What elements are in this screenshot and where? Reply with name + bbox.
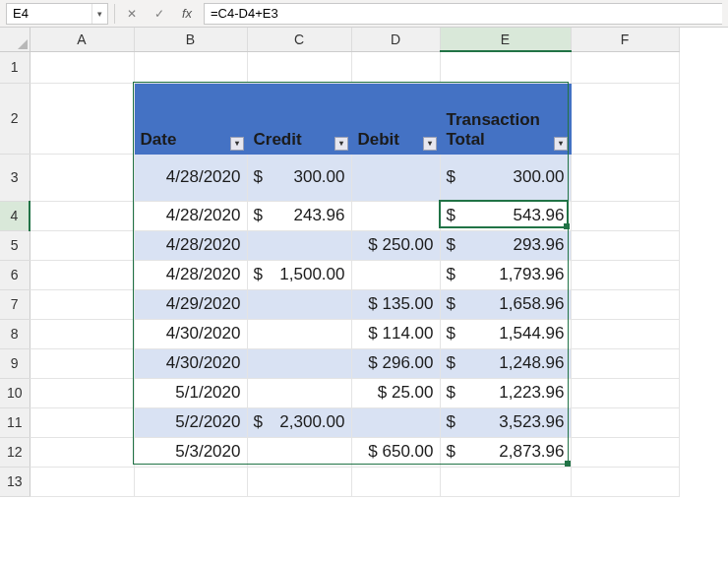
cell-C5[interactable] bbox=[247, 230, 351, 260]
cell-F2[interactable] bbox=[571, 83, 679, 154]
cell-F3[interactable] bbox=[571, 154, 679, 201]
row-head-4[interactable]: 4 bbox=[0, 201, 30, 230]
cell-F4[interactable] bbox=[571, 201, 679, 230]
cell-D12[interactable]: $ 650.00 bbox=[351, 437, 440, 467]
cell-C6[interactable]: $1,500.00 bbox=[247, 260, 351, 289]
row-head-12[interactable]: 12 bbox=[0, 437, 30, 467]
cell-C11[interactable]: $2,300.00 bbox=[247, 407, 351, 437]
cell-D6[interactable] bbox=[351, 260, 440, 289]
cell-E9[interactable]: $1,248.96 bbox=[440, 348, 571, 378]
cell-F8[interactable] bbox=[571, 319, 679, 348]
cell-A3[interactable] bbox=[30, 154, 134, 201]
cell-B5[interactable]: 4/28/2020 bbox=[134, 230, 247, 260]
cell-B10[interactable]: 5/1/2020 bbox=[134, 378, 247, 407]
name-box-dropdown[interactable]: ▾ bbox=[91, 4, 107, 24]
cell-B7[interactable]: 4/29/2020 bbox=[134, 289, 247, 319]
cell-D10[interactable]: $ 25.00 bbox=[351, 378, 440, 407]
name-box[interactable]: ▾ bbox=[6, 3, 108, 25]
formula-input[interactable] bbox=[204, 3, 722, 25]
col-head-E[interactable]: E bbox=[440, 28, 571, 51]
cell-E13[interactable] bbox=[440, 467, 571, 496]
cell-C4[interactable]: $243.96 bbox=[247, 201, 351, 230]
insert-function-button[interactable]: fx bbox=[176, 3, 198, 25]
cell-D7[interactable]: $ 135.00 bbox=[351, 289, 440, 319]
cell-F1[interactable] bbox=[571, 51, 679, 83]
cell-E6[interactable]: $1,793.96 bbox=[440, 260, 571, 289]
cell-F13[interactable] bbox=[571, 467, 679, 496]
cell-C10[interactable] bbox=[247, 378, 351, 407]
col-head-C[interactable]: C bbox=[247, 28, 351, 51]
cell-D5[interactable]: $ 250.00 bbox=[351, 230, 440, 260]
row-head-10[interactable]: 10 bbox=[0, 378, 30, 407]
cell-A9[interactable] bbox=[30, 348, 134, 378]
cell-E5[interactable]: $293.96 bbox=[440, 230, 571, 260]
col-head-F[interactable]: F bbox=[571, 28, 679, 51]
cell-D1[interactable] bbox=[351, 51, 440, 83]
cell-F6[interactable] bbox=[571, 260, 679, 289]
cell-F10[interactable] bbox=[571, 378, 679, 407]
cell-E3[interactable]: $300.00 bbox=[440, 154, 571, 201]
cell-F7[interactable] bbox=[571, 289, 679, 319]
cancel-formula-button[interactable]: ✕ bbox=[121, 3, 143, 25]
cell-E7[interactable]: $1,658.96 bbox=[440, 289, 571, 319]
col-head-B[interactable]: B bbox=[134, 28, 247, 51]
cell-A7[interactable] bbox=[30, 289, 134, 319]
cell-B2[interactable]: Date▾ bbox=[134, 83, 247, 154]
row-head-2[interactable]: 2 bbox=[0, 83, 30, 154]
cell-D8[interactable]: $ 114.00 bbox=[351, 319, 440, 348]
select-all-corner[interactable] bbox=[0, 28, 30, 51]
cell-E11[interactable]: $3,523.96 bbox=[440, 407, 571, 437]
cell-D13[interactable] bbox=[351, 467, 440, 496]
cell-D3[interactable] bbox=[351, 154, 440, 201]
cell-B8[interactable]: 4/30/2020 bbox=[134, 319, 247, 348]
cell-D2[interactable]: Debit▾ bbox=[351, 83, 440, 154]
cell-B13[interactable] bbox=[134, 467, 247, 496]
cell-E1[interactable] bbox=[440, 51, 571, 83]
col-head-A[interactable]: A bbox=[30, 28, 134, 51]
cell-C12[interactable] bbox=[247, 437, 351, 467]
row-head-7[interactable]: 7 bbox=[0, 289, 30, 319]
cell-B1[interactable] bbox=[134, 51, 247, 83]
cell-A10[interactable] bbox=[30, 378, 134, 407]
row-head-3[interactable]: 3 bbox=[0, 154, 30, 201]
cell-C2[interactable]: Credit▾ bbox=[247, 83, 351, 154]
cell-E4[interactable]: $543.96 bbox=[440, 201, 571, 230]
name-box-input[interactable] bbox=[7, 4, 91, 24]
cell-F9[interactable] bbox=[571, 348, 679, 378]
filter-dropdown-icon[interactable]: ▾ bbox=[423, 137, 437, 151]
enter-formula-button[interactable]: ✓ bbox=[149, 3, 170, 25]
row-head-5[interactable]: 5 bbox=[0, 230, 30, 260]
cell-B11[interactable]: 5/2/2020 bbox=[134, 407, 247, 437]
col-head-D[interactable]: D bbox=[351, 28, 440, 51]
cell-A5[interactable] bbox=[30, 230, 134, 260]
cell-C3[interactable]: $300.00 bbox=[247, 154, 351, 201]
cell-E8[interactable]: $1,544.96 bbox=[440, 319, 571, 348]
row-head-9[interactable]: 9 bbox=[0, 348, 30, 378]
filter-dropdown-icon[interactable]: ▾ bbox=[334, 137, 348, 151]
cell-C9[interactable] bbox=[247, 348, 351, 378]
cell-B9[interactable]: 4/30/2020 bbox=[134, 348, 247, 378]
row-head-6[interactable]: 6 bbox=[0, 260, 30, 289]
cell-A1[interactable] bbox=[30, 51, 134, 83]
cell-F12[interactable] bbox=[571, 437, 679, 467]
cell-D4[interactable] bbox=[351, 201, 440, 230]
cell-C13[interactable] bbox=[247, 467, 351, 496]
cell-E12[interactable]: $2,873.96 bbox=[440, 437, 571, 467]
cell-A11[interactable] bbox=[30, 407, 134, 437]
cell-A4[interactable] bbox=[30, 201, 134, 230]
cell-E10[interactable]: $1,223.96 bbox=[440, 378, 571, 407]
cell-B3[interactable]: 4/28/2020 bbox=[134, 154, 247, 201]
cell-C7[interactable] bbox=[247, 289, 351, 319]
row-head-13[interactable]: 13 bbox=[0, 467, 30, 496]
cell-A2[interactable] bbox=[30, 83, 134, 154]
cell-F11[interactable] bbox=[571, 407, 679, 437]
filter-dropdown-icon[interactable]: ▾ bbox=[230, 137, 244, 151]
cell-B4[interactable]: 4/28/2020 bbox=[134, 201, 247, 230]
cell-C1[interactable] bbox=[247, 51, 351, 83]
row-head-8[interactable]: 8 bbox=[0, 319, 30, 348]
cell-A12[interactable] bbox=[30, 437, 134, 467]
cell-D11[interactable] bbox=[351, 407, 440, 437]
row-head-11[interactable]: 11 bbox=[0, 407, 30, 437]
cell-B6[interactable]: 4/28/2020 bbox=[134, 260, 247, 289]
cell-C8[interactable] bbox=[247, 319, 351, 348]
